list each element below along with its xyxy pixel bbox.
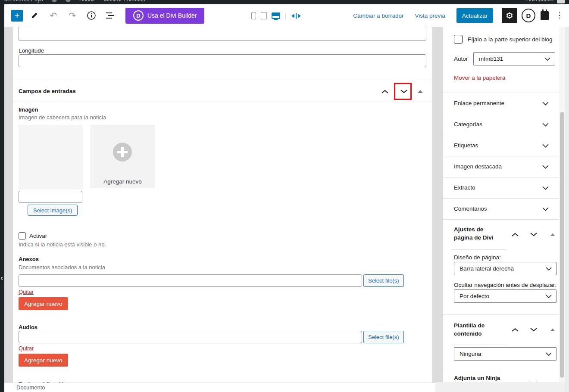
divi-icon: D [133, 10, 144, 21]
chevron-down-icon [542, 165, 549, 169]
ninja-collapse-toggle[interactable] [546, 377, 559, 382]
divi-collapse-toggle[interactable] [546, 228, 559, 241]
move-up-button[interactable] [378, 85, 391, 98]
editor-toolbar: + ↶ ↷ D Usa el Divi Builder | [4, 4, 569, 27]
switch-to-draft-link[interactable]: Cambiar a borrador [353, 12, 403, 19]
desktop-preview-icon[interactable] [272, 12, 280, 19]
audios-quitar-link[interactable]: Quitar [19, 345, 34, 352]
longitude-input[interactable] [19, 54, 426, 67]
hide-nav-value: Por defecto [460, 293, 489, 299]
preview-link[interactable]: Vista previa [415, 12, 445, 19]
ninja-move-down-button[interactable] [527, 377, 540, 382]
audios-file-input[interactable] [19, 331, 362, 343]
template-collapse-toggle[interactable] [546, 323, 559, 336]
ninja-move-up-button[interactable] [509, 377, 522, 382]
panel-extracto[interactable]: Extracto [443, 177, 559, 198]
undo-button[interactable]: ↶ [46, 8, 61, 23]
divider [451, 345, 506, 345]
updates-icon[interactable] [66, 0, 71, 2]
content-template-select[interactable]: Ninguna [454, 347, 556, 361]
previous-field-input[interactable] [19, 27, 426, 41]
divi-move-up-button[interactable] [509, 228, 522, 241]
avatar[interactable] [557, 0, 565, 3]
image-add-new-tile[interactable]: Agregar nuevo [90, 125, 155, 188]
sticky-label: Fíjalo a la parte superior del blog [468, 36, 553, 43]
chevron-down-icon [544, 57, 550, 61]
sidebar-scrollbar-track[interactable] [559, 27, 566, 382]
anexos-desc: Documentos asociados a la noticia [19, 264, 105, 271]
anexos-agregar-button[interactable]: Agregar nuevo [19, 297, 68, 310]
move-to-trash-link[interactable]: Mover a la papelera [454, 75, 505, 81]
hide-nav-select[interactable]: Por defecto [454, 289, 556, 303]
template-move-down-button[interactable] [527, 323, 540, 336]
chevron-down-icon [542, 144, 549, 148]
collapse-toggle-button[interactable] [414, 85, 427, 98]
audios-agregar-button[interactable]: Agregar nuevo [19, 354, 68, 367]
plugin-icon[interactable] [541, 11, 549, 20]
move-down-button[interactable] [397, 85, 410, 98]
collapse-triangle-icon [550, 233, 555, 236]
chevron-up-icon [512, 328, 519, 332]
add-block-button[interactable]: + [11, 10, 23, 22]
sticky-checkbox[interactable] [454, 35, 463, 44]
divi-builder-label: Usa el Divi Builder [147, 12, 197, 19]
redo-button[interactable]: ↷ [65, 8, 80, 23]
redo-icon: ↷ [69, 10, 76, 21]
admin-bar-site-name[interactable]: del Germo Payá [4, 0, 43, 3]
info-icon [87, 11, 96, 20]
admin-bar-new-item[interactable]: Añadir [79, 0, 95, 3]
longitude-label: Longitude [19, 47, 44, 54]
document-label[interactable]: Documento [16, 384, 45, 391]
divi-move-down-button[interactable] [527, 228, 540, 241]
divi-circle-icon: D [526, 12, 531, 19]
sidebar-scrollbar-thumb[interactable] [560, 112, 564, 378]
details-button[interactable] [84, 8, 99, 23]
divi-settings-title: Ajustes de página de Divi [454, 225, 502, 242]
chevron-down-icon [542, 123, 549, 127]
page-scrollbar[interactable] [566, 4, 569, 392]
use-divi-builder-button[interactable]: D Usa el Divi Builder [125, 8, 204, 24]
panel-imagen-destacada[interactable]: Imagen destacada [443, 156, 559, 177]
anexos-select-files-button[interactable]: Select file(s) [363, 274, 404, 287]
page-layout-label: Diseño de página: [454, 254, 501, 261]
page-layout-select[interactable]: Barra lateral derecha [454, 262, 556, 275]
content-template-title: Plantilla de contenido [454, 321, 502, 338]
tablet-preview-icon[interactable] [261, 12, 267, 19]
settings-button[interactable]: ⚙ [502, 8, 517, 23]
anexos-quitar-link[interactable]: Quitar [19, 289, 34, 295]
panel-enlace-permanente[interactable]: Enlace permanente [443, 93, 559, 114]
divider [443, 369, 559, 369]
split-preview-icon[interactable] [291, 13, 301, 19]
chevron-down-icon [530, 233, 537, 236]
chevron-down-icon [546, 352, 552, 356]
activar-checkbox[interactable] [19, 232, 26, 240]
anexos-file-input[interactable] [19, 274, 362, 287]
panel-categorias[interactable]: Categorías [443, 114, 559, 135]
admin-bar-greeting[interactable]: Hola,admin [526, 0, 553, 3]
options-menu-button[interactable]: ⋮ [556, 14, 563, 17]
panel-comentarios[interactable]: Comentarios [443, 198, 559, 219]
select-images-button[interactable]: Select image(s) [28, 205, 78, 216]
tools-pencil-button[interactable] [27, 8, 42, 23]
comments-icon[interactable] [52, 0, 57, 2]
image-url-input[interactable] [19, 191, 82, 203]
chevron-up-icon [512, 233, 519, 236]
audios-select-files-button[interactable]: Select file(s) [363, 331, 404, 343]
toolbar-divider: | [285, 12, 287, 19]
update-button[interactable]: Actualizar [456, 8, 493, 23]
phone-preview-icon[interactable] [251, 12, 256, 19]
campos-de-entradas-header: Campos de entradas [13, 80, 432, 102]
author-select[interactable]: mfmb131 [473, 52, 555, 65]
divi-settings-button[interactable]: D [522, 9, 535, 22]
author-label: Autor [454, 56, 468, 62]
list-view-button[interactable] [103, 8, 118, 23]
template-move-up-button[interactable] [509, 323, 522, 336]
panel-etiquetas[interactable]: Etiquetas [443, 135, 559, 156]
chevron-down-icon [542, 102, 549, 106]
plus-circle-icon [113, 143, 132, 162]
add-new-label: Agregar nuevo [90, 178, 155, 185]
admin-bar-view-entries[interactable]: Mostrar Entradas [103, 0, 145, 3]
chevron-down-icon [542, 207, 549, 211]
page-layout-value: Barra lateral derecha [460, 265, 514, 272]
hide-nav-label: Ocultar navegación antes de desplazar: [454, 282, 556, 288]
